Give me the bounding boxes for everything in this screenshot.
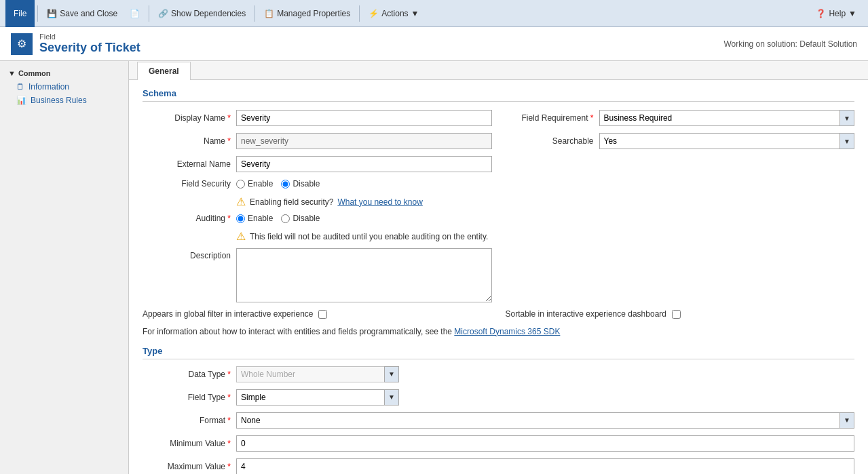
auditing-label: Auditing * — [143, 214, 231, 223]
data-type-wrapper: Whole Number Single Line of Text Two Opt… — [236, 366, 399, 382]
warning-link[interactable]: What you need to know — [337, 197, 422, 207]
auditing-disable-radio[interactable] — [281, 214, 290, 223]
actions-label: Actions — [381, 9, 408, 18]
toolbar-sep-3 — [254, 5, 255, 22]
global-filter-label: Appears in global filter in interactive … — [143, 309, 313, 320]
help-label: Help — [829, 9, 846, 18]
row-field-type: Field Type * Simple Calculated Rollup ▼ — [143, 389, 854, 406]
auditing-radio-group: Enable Disable — [236, 214, 320, 223]
show-dependencies-label: Show Dependencies — [171, 9, 246, 18]
managed-properties-label: Managed Properties — [277, 9, 350, 18]
sidebar: ▼ Common 🗒 Information 📊 Business Rules — [0, 61, 129, 474]
group-sortable: Sortable in interactive experience dashb… — [506, 309, 855, 320]
field-security-radio-group: Enable Disable — [236, 179, 320, 189]
help-dropdown-icon: ▼ — [848, 9, 856, 18]
data-type-select[interactable]: Whole Number Single Line of Text Two Opt… — [236, 366, 399, 382]
sidebar-business-rules-label: Business Rules — [31, 96, 87, 105]
group-description: Description — [143, 248, 492, 302]
searchable-select[interactable]: Yes No — [599, 133, 855, 149]
name-label: Name * — [143, 136, 231, 146]
row-global-filter: Appears in global filter in interactive … — [143, 309, 854, 320]
display-name-input[interactable] — [236, 110, 492, 126]
toolbar-sep-4 — [359, 5, 360, 22]
dependencies-icon: 🔗 — [158, 9, 168, 18]
row-display-name: Display Name * Field Requirement * Busin… — [143, 110, 854, 126]
row-external-name: External Name — [143, 156, 854, 172]
external-name-input[interactable] — [236, 156, 492, 172]
group-display-name: Display Name * — [143, 110, 492, 126]
save-icon: 💾 — [47, 9, 57, 18]
actions-dropdown-icon: ▼ — [411, 9, 419, 18]
maximum-value-input[interactable] — [236, 458, 854, 474]
row-name: Name * Searchable Yes No ▼ — [143, 133, 854, 149]
field-type-select[interactable]: Simple Calculated Rollup — [236, 389, 399, 406]
field-security-enable-label[interactable]: Enable — [236, 179, 273, 189]
file-button[interactable]: File — [5, 0, 35, 27]
auditing-disable-label[interactable]: Disable — [281, 214, 320, 223]
global-filter-checkbox[interactable] — [318, 310, 327, 319]
sidebar-information-label: Information — [29, 82, 69, 92]
minimum-value-input[interactable] — [236, 435, 854, 452]
toolbar-sep-1 — [37, 5, 38, 22]
sortable-label: Sortable in interactive experience dashb… — [506, 309, 666, 320]
maximum-value-label: Maximum Value * — [143, 462, 231, 471]
header-titles: Field Severity of Ticket — [39, 33, 140, 55]
group-global-filter: Appears in global filter in interactive … — [143, 309, 492, 320]
searchable-wrapper: Yes No ▼ — [599, 133, 855, 149]
field-security-enable-radio[interactable] — [236, 180, 245, 189]
help-button[interactable]: ❓ Help ▼ — [810, 5, 863, 22]
chevron-down-icon: ▼ — [8, 69, 16, 77]
group-external-name: External Name — [143, 156, 492, 172]
searchable-label: Searchable — [506, 136, 594, 146]
field-requirement-label: Field Requirement * — [506, 113, 594, 123]
rules-icon: 📊 — [16, 96, 26, 105]
group-name: Name * — [143, 133, 492, 149]
auditing-warning: ⚠ This field will not be audited until y… — [236, 230, 854, 243]
save-close-label: Save and Close — [60, 9, 117, 18]
actions-button[interactable]: ⚡ Actions ▼ — [362, 5, 425, 22]
sdk-link[interactable]: Microsoft Dynamics 365 SDK — [454, 327, 560, 336]
format-select[interactable]: None Duration Time Zone — [236, 412, 854, 429]
help-icon: ❓ — [816, 9, 826, 18]
form-content: Schema Display Name * Field Requirement … — [129, 80, 868, 474]
toolbar-right: ❓ Help ▼ — [810, 5, 863, 22]
toolbar-sep-2 — [149, 5, 149, 22]
row-format: Format * None Duration Time Zone ▼ — [143, 412, 854, 429]
description-textarea[interactable] — [236, 248, 492, 302]
publish-icon: 📄 — [130, 9, 140, 18]
auditing-enable-radio[interactable] — [236, 214, 245, 223]
sdk-info: For information about how to interact wi… — [143, 327, 854, 336]
row-minimum-value: Minimum Value * — [143, 435, 854, 452]
group-minimum-value: Minimum Value * — [143, 435, 854, 452]
publish-button[interactable]: 📄 — [124, 5, 146, 22]
auditing-enable-label[interactable]: Enable — [236, 214, 273, 223]
type-section-header: Type — [143, 346, 854, 359]
field-requirement-select[interactable]: Business Required Required Optional — [599, 110, 855, 126]
group-data-type: Data Type * Whole Number Single Line of … — [143, 366, 492, 382]
managed-properties-button[interactable]: 📋 Managed Properties — [258, 5, 356, 22]
show-dependencies-button[interactable]: 🔗 Show Dependencies — [152, 5, 252, 22]
field-security-warning: ⚠ Enabling field security? What you need… — [236, 195, 854, 208]
group-auditing: Auditing * Enable Disable — [143, 214, 492, 223]
group-format: Format * None Duration Time Zone ▼ — [143, 412, 854, 429]
format-wrapper: None Duration Time Zone ▼ — [236, 412, 854, 429]
actions-icon: ⚡ — [369, 9, 379, 18]
row-auditing: Auditing * Enable Disable — [143, 214, 854, 223]
sortable-checkbox[interactable] — [672, 310, 681, 319]
sidebar-item-information[interactable]: 🗒 Information — [0, 80, 128, 94]
sidebar-section-label: Common — [18, 69, 51, 77]
field-label: Field — [39, 33, 140, 41]
field-icon: ⚙ — [11, 33, 33, 55]
field-security-disable-radio[interactable] — [281, 180, 290, 189]
tabs-bar: General — [129, 61, 868, 80]
audit-warning-text: This field will not be audited until you… — [250, 232, 488, 241]
name-input[interactable] — [236, 133, 492, 149]
field-security-disable-label[interactable]: Disable — [281, 179, 320, 189]
save-and-close-button[interactable]: 💾 Save and Close — [41, 5, 124, 22]
minimum-value-label: Minimum Value * — [143, 439, 231, 448]
sidebar-item-business-rules[interactable]: 📊 Business Rules — [0, 94, 128, 107]
page-title: Severity of Ticket — [39, 41, 140, 55]
solution-info: Working on solution: Default Solution — [723, 39, 857, 49]
content-area: General Schema Display Name * Field Requ… — [129, 61, 868, 474]
tab-general[interactable]: General — [137, 62, 191, 80]
